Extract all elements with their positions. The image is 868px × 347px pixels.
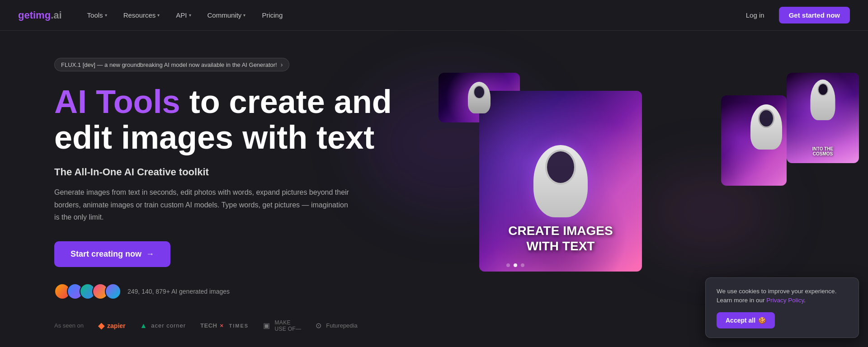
hero-content: FLUX.1 [dev] — a new groundbreaking AI m… — [54, 58, 407, 332]
api-chevron-icon: ▾ — [189, 13, 191, 18]
get-started-nav-button[interactable]: Get started now — [779, 7, 850, 23]
avatar-5 — [105, 283, 121, 300]
nav-resources-label: Resources — [123, 11, 156, 19]
hero-image-right-mid — [721, 95, 787, 186]
hero-title: AI Tools to create and edit images with … — [54, 84, 407, 155]
image-overlay-text: CREATE IMAGES WITH TEXT — [479, 223, 642, 253]
brand-techtimes: TECH× TIMES — [200, 322, 249, 329]
nav-pricing-label: Pricing — [262, 11, 283, 19]
as-seen-label: As seen on — [54, 322, 84, 329]
nav-api[interactable]: API ▾ — [169, 8, 198, 23]
nav-right: Log in Get started now — [739, 7, 850, 23]
hero-image-right-top: INTO THECOSMOS — [787, 73, 859, 163]
hero-description: Generate images from text in seconds, ed… — [54, 186, 353, 223]
slide-dot-2[interactable] — [514, 263, 517, 267]
announcement-text: FLUX.1 [dev] — a new groundbreaking AI m… — [61, 61, 277, 68]
announcement-arrow-icon: › — [281, 61, 283, 68]
makeuseof-icon: ▣ — [263, 321, 270, 330]
astro-right-bg — [721, 95, 787, 186]
hero-title-highlight: AI Tools — [54, 84, 180, 120]
nav-pricing[interactable]: Pricing — [255, 8, 290, 23]
brand-acer: ▲ acer corner — [140, 322, 186, 330]
nav-community-label: Community — [208, 11, 242, 19]
resources-chevron-icon: ▾ — [157, 13, 160, 18]
nav-tools-label: Tools — [87, 11, 103, 19]
slide-indicators — [506, 263, 524, 267]
acer-icon: ▲ — [140, 322, 148, 330]
brand-futurepedia: ⊙ Futurepedia — [316, 321, 357, 330]
nav-api-label: API — [176, 11, 187, 19]
login-button[interactable]: Log in — [739, 8, 772, 23]
astronaut-small-figure — [468, 82, 491, 113]
avatar-group — [54, 283, 121, 300]
astronaut-tall-figure — [811, 80, 835, 120]
cookie-emoji-icon: 🍪 — [758, 317, 766, 324]
cookie-banner: We use cookies to improve your experienc… — [705, 277, 859, 338]
astronaut-main-figure — [533, 145, 588, 217]
cta-button[interactable]: Start creating now → — [54, 241, 170, 267]
astro-main-bg: CREATE IMAGES WITH TEXT — [479, 91, 642, 272]
accept-cookies-button[interactable]: Accept all 🍪 — [717, 312, 775, 328]
as-seen-on: As seen on ◆ zapier ▲ acer corner TECH× … — [54, 319, 407, 332]
accept-label: Accept all — [726, 317, 755, 324]
cta-label: Start creating now — [71, 249, 142, 259]
nav-community[interactable]: Community ▾ — [200, 8, 253, 23]
tools-chevron-icon: ▾ — [105, 13, 107, 18]
announcement-badge[interactable]: FLUX.1 [dev] — a new groundbreaking AI m… — [54, 58, 289, 71]
hero-subtitle: The All-In-One AI Creative toolkit — [54, 166, 407, 178]
slide-dot-1[interactable] — [506, 263, 510, 267]
community-chevron-icon: ▾ — [243, 13, 245, 18]
brand-zapier: ◆ zapier — [98, 321, 125, 331]
hero-image-main: CREATE IMAGES WITH TEXT — [479, 91, 642, 272]
zapier-icon: ◆ — [98, 321, 104, 331]
futurepedia-icon: ⊙ — [316, 321, 321, 330]
techtimes-text: TECH — [200, 322, 217, 329]
nav-items: Tools ▾ Resources ▾ API ▾ Community ▾ Pr… — [80, 8, 739, 23]
navbar: getimg.ai Tools ▾ Resources ▾ API ▾ Comm… — [0, 0, 868, 31]
privacy-policy-link[interactable]: Privacy Policy — [766, 297, 804, 304]
social-proof-text: 249, 140, 879+ AI generated images — [127, 288, 230, 295]
slide-dot-3[interactable] — [521, 263, 524, 267]
logo-text: getimg.ai — [18, 9, 62, 21]
brand-makeuseof: ▣ MAKEUSE OF— — [263, 319, 301, 332]
nav-tools[interactable]: Tools ▾ — [80, 8, 114, 23]
astronaut-right-figure — [750, 104, 782, 150]
cookie-text: We use cookies to improve your experienc… — [717, 287, 848, 305]
nav-resources[interactable]: Resources ▾ — [116, 8, 167, 23]
cta-arrow-icon: → — [146, 249, 154, 259]
astro-tall-bg: INTO THECOSMOS — [787, 73, 859, 163]
social-proof: 249, 140, 879+ AI generated images — [54, 283, 407, 300]
logo[interactable]: getimg.ai — [18, 9, 62, 21]
